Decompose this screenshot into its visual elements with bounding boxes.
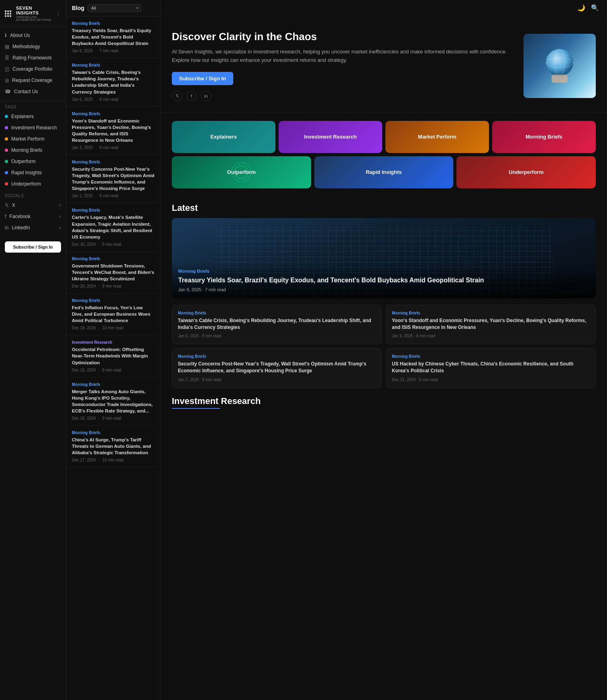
blog-article-1-meta: Jan 6, 2025 · 9 min read [72, 97, 155, 102]
hero-x-button[interactable]: 𝕏 [172, 91, 182, 101]
investment-research-section: Investment Research [161, 396, 607, 420]
article-3-meta: Dec 31, 2024 · 8 min read [392, 378, 590, 382]
search-icon[interactable]: 🔍 [591, 4, 599, 12]
category-outperform[interactable]: Outperform [172, 156, 311, 188]
sidebar-item-about-label: About Us [10, 33, 30, 38]
latest-article-card-2[interactable]: Morning Briefs Security Concerns Post-Ne… [172, 348, 382, 388]
tag-outperform[interactable]: Outperform [0, 156, 66, 167]
topbar: 🌙 🔍 [161, 0, 607, 16]
svg-rect-5 [552, 75, 568, 83]
featured-article-meta: Jan 8, 2025 · 7 min read [178, 287, 589, 292]
blog-article-1[interactable]: Morning Briefs Taiwan's Cable Crisis, Bo… [66, 58, 160, 106]
hero-title: Discover Clarity in the Chaos [172, 31, 514, 43]
category-underperform[interactable]: Underperform [456, 156, 596, 188]
blog-article-3-read: 8 min read [100, 194, 118, 198]
sidebar-menu-button[interactable]: ⋮ [55, 10, 61, 17]
blog-article-8-read: 9 min read [102, 416, 121, 420]
sidebar-item-methodology[interactable]: ▤ Methodology [0, 41, 66, 52]
sidebar-item-request[interactable]: ◎ Request Coverage [0, 75, 66, 86]
blog-article-9-meta: Dec 17, 2024 · 10 min read [72, 458, 155, 462]
article-0-category: Morning Briefs [178, 311, 376, 315]
blog-article-9-date: Dec 17, 2024 [72, 458, 96, 462]
hero-description: At Seven Insights, we specialize in inve… [172, 48, 514, 65]
blog-list-panel: Blog All Morning Briefs Investment Resea… [66, 0, 161, 700]
hero-linkedin-button[interactable]: in [201, 91, 211, 101]
latest-article-card-0[interactable]: Morning Briefs Taiwan's Cable Crisis, Bo… [172, 305, 382, 345]
globe-svg [540, 46, 580, 86]
investment-research-dot [5, 126, 8, 129]
article-1-title: Yoon's Standoff and Economic Pressures, … [392, 317, 590, 331]
coverage-icon: ◫ [5, 66, 9, 72]
sidebar-item-rating[interactable]: ☰ Rating Framework [0, 52, 66, 63]
blog-article-3-date: Jan 2, 2025 [72, 194, 93, 198]
social-facebook[interactable]: f Facebook ↗ [0, 211, 66, 222]
blog-article-3-category: Morning Briefs [72, 160, 155, 164]
blog-article-2-date: Jan 3, 2025 [72, 145, 93, 150]
blog-filter-select[interactable]: All Morning Briefs Investment Research R… [88, 4, 141, 12]
featured-article-title: Treasury Yields Soar, Brazil's Equity Ex… [178, 276, 589, 285]
dark-mode-toggle[interactable]: 🌙 [577, 4, 585, 12]
blog-article-3-meta: Jan 2, 2025 · 8 min read [72, 194, 155, 198]
blog-article-0-category: Morning Briefs [72, 21, 155, 26]
hero-text: Discover Clarity in the Chaos At Seven I… [172, 31, 514, 101]
blog-article-6[interactable]: Morning Briefs Fed's Inflation Focus, Ye… [66, 294, 160, 335]
hero-linkedin-icon: in [204, 94, 208, 98]
latest-section-title: Latest [161, 196, 607, 218]
underperform-dot [5, 182, 8, 186]
blog-article-8-title: Merger Talks Among Auto Giants, Hong Kon… [72, 388, 155, 414]
explainers-dot [5, 115, 8, 118]
blog-article-0[interactable]: Morning Briefs Treasury Yields Soar, Bra… [66, 16, 160, 58]
category-explainers[interactable]: Explainers [172, 121, 275, 153]
blog-article-9[interactable]: Morning Briefs China's AI Surge, Trump's… [66, 426, 160, 467]
sidebar-item-about[interactable]: ℹ About Us [0, 30, 66, 41]
blog-article-8[interactable]: Morning Briefs Merger Talks Among Auto G… [66, 378, 160, 426]
blog-filter-wrapper: All Morning Briefs Investment Research R… [88, 4, 141, 12]
article-0-read: 9 min read [202, 334, 221, 338]
latest-articles-grid: Morning Briefs Taiwan's Cable Crisis, Bo… [161, 305, 607, 396]
category-investment-research[interactable]: Investment Research [279, 121, 382, 153]
latest-article-card-3[interactable]: Morning Briefs US Hacked by Chinese Cybe… [386, 348, 596, 388]
blog-article-0-read: 7 min read [100, 49, 118, 53]
tag-explainers[interactable]: Explainers [0, 111, 66, 122]
social-linkedin[interactable]: in LinkedIn ↗ [0, 222, 66, 233]
tag-market-perform[interactable]: Market Perform [0, 133, 66, 145]
hero-subscribe-button[interactable]: Subscribe / Sign In [172, 72, 233, 85]
sidebar-item-coverage-label: Coverage Portfolio [12, 66, 52, 72]
blog-article-4-category: Morning Briefs [72, 208, 155, 212]
blog-article-4-title: Carter's Legacy, Musk's Satellite Expans… [72, 214, 155, 240]
tag-rapid-insights[interactable]: Rapid Insights [0, 167, 66, 178]
category-market-perform[interactable]: Market Perform [385, 121, 489, 153]
hero-facebook-button[interactable]: f [186, 91, 197, 101]
featured-article[interactable]: Morning Briefs Treasury Yields Soar, Bra… [172, 218, 596, 298]
social-x[interactable]: 𝕏 X ↗ [0, 200, 66, 211]
info-icon: ℹ [5, 33, 7, 38]
blog-article-7-category: Investment Research [72, 340, 155, 345]
blog-article-7[interactable]: Investment Research Occidental Petroleum… [66, 335, 160, 377]
sidebar-item-contact[interactable]: ☎ Contact Us [0, 86, 66, 97]
morning-briefs-dot [5, 149, 8, 152]
latest-article-card-1[interactable]: Morning Briefs Yoon's Standoff and Econo… [386, 305, 596, 345]
sidebar-subscribe-button[interactable]: Subscribe / Sign In [5, 241, 61, 253]
tag-morning-briefs[interactable]: Morning Briefs [0, 145, 66, 156]
blog-article-5[interactable]: Morning Briefs Government Shutdown Tensi… [66, 252, 160, 294]
x-external-link-icon: ↗ [58, 203, 61, 208]
blog-article-3[interactable]: Morning Briefs Security Concerns Post-Ne… [66, 155, 160, 203]
blog-header: Blog All Morning Briefs Investment Resea… [66, 0, 160, 16]
blog-article-8-meta: Dec 18, 2024 · 9 min read [72, 416, 155, 420]
blog-article-4[interactable]: Morning Briefs Carter's Legacy, Musk's S… [66, 203, 160, 251]
article-2-read: 8 min read [202, 378, 221, 382]
featured-article-category: Morning Briefs [178, 269, 589, 273]
article-0-title: Taiwan's Cable Crisis, Boeing's Rebuildi… [178, 317, 376, 331]
blog-article-2-category: Morning Briefs [72, 112, 155, 116]
blog-article-5-date: Dec 20, 2024 [72, 284, 96, 288]
tag-underperform[interactable]: Underperform [0, 178, 66, 190]
methodology-icon: ▤ [5, 44, 9, 49]
blog-article-2[interactable]: Morning Briefs Yoon's Standoff and Econo… [66, 107, 160, 155]
category-grid-top: Explainers Investment Research Market Pe… [172, 121, 596, 153]
category-rapid-insights[interactable]: Rapid Insights [314, 156, 454, 188]
sidebar-item-coverage[interactable]: ◫ Coverage Portfolio [0, 63, 66, 75]
tag-investment-research[interactable]: Investment Research [0, 122, 66, 133]
category-morning-briefs[interactable]: Morning Briefs [492, 121, 596, 153]
blog-article-1-date: Jan 6, 2025 [72, 97, 93, 102]
article-3-read: 8 min read [419, 378, 438, 382]
